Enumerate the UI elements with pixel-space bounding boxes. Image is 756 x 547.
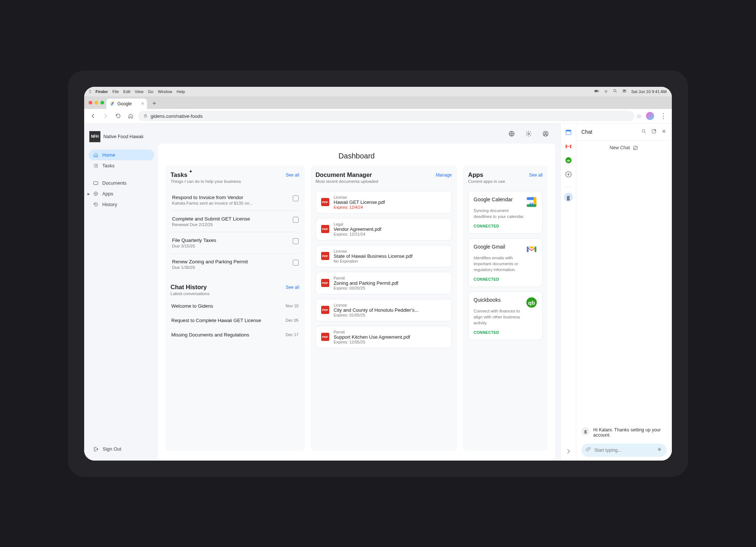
voice-input-icon[interactable] [657,447,662,454]
nav-tasks[interactable]: Tasks [89,160,154,171]
nav-tasks-label: Tasks [102,163,114,168]
chat-input-placeholder: Start typing... [594,448,654,453]
documents-header: Document Manager Most recent documents u… [316,171,452,184]
document-card[interactable]: PDF LegalVendor Agreement.pdfExpires: 12… [316,218,452,240]
minimize-window-button[interactable] [94,101,98,105]
chat-history-see-all[interactable]: See all [286,285,299,290]
chat-close-button[interactable] [661,129,667,136]
browser-tab[interactable]: Google × [106,99,147,109]
rail-collapse-button[interactable] [564,447,573,455]
close-window-button[interactable] [89,101,92,105]
rail-calendar[interactable] [564,128,573,136]
battery-icon [594,89,599,94]
menubar-left:  Finder File Edit View Go Window Help [89,89,185,94]
rail-gidens-icon[interactable]: g [564,193,573,202]
app-card[interactable]: Quickbooks qb Connect with finances to a… [468,291,543,340]
document-card[interactable]: PDF LicenseState of Hawaii Business Lice… [316,245,452,267]
signout-button[interactable]: Sign Out [89,444,154,455]
task-title: Respond to Invoice from Vendor [172,195,253,200]
task-item[interactable]: Renew Zoning and Parking PermitDue 1/30/… [171,254,299,275]
profile-avatar[interactable] [646,112,654,120]
settings-button[interactable] [523,129,534,139]
menubar-right: Sat Jun 10 9:41 AM [594,89,667,94]
chat-history-title: Chat History [171,284,209,291]
attachment-icon[interactable] [586,447,591,454]
nav-home[interactable]: Home [89,150,154,160]
chat-history-item-date: Nov 10 [286,304,299,308]
chat-popout-button[interactable] [651,129,657,136]
chat-history-item-date: Dec 17 [286,332,299,337]
chat-input[interactable]: Start typing... [581,444,667,457]
documents-title: Document Manager [316,171,378,178]
document-name: Support Kitchen Use Agreement.pdf [334,334,410,340]
browser-menu-button[interactable]: ⋮ [659,112,668,120]
menubar-window[interactable]: Window [158,89,172,94]
document-card[interactable]: PDF PermitSupport Kitchen Use Agreement.… [316,326,452,348]
new-chat-label: New Chat [610,145,630,150]
brand-name: Native Food Hawaii [103,134,143,139]
globe-button[interactable] [506,129,517,139]
chat-history-item[interactable]: Request to Complete Hawaii GET LicenseDe… [171,313,299,328]
rail-quickbooks[interactable]: qb [564,156,573,164]
tasks-see-all[interactable]: See all [286,172,299,178]
brand: NFH Native Food Hawaii [89,131,154,142]
task-item[interactable]: File Quarterly TaxesDue 3/15/25 [171,232,299,254]
app-card[interactable]: Google Gmail Identifies emails with impo… [468,238,543,287]
app-card[interactable]: Google Calendar 31 Syncing document dead… [468,191,543,234]
browser-tabstrip: Google × + [84,96,672,109]
menubar-clock[interactable]: Sat Jun 10 9:41 AM [631,89,667,94]
menubar-help[interactable]: Help [177,89,185,94]
tab-close-icon[interactable]: × [141,101,144,106]
task-subtitle: Renewal Due 2/12/25 [172,222,250,227]
nav-group: Documents ▸ Apps History [89,178,154,210]
document-expiry: Expires: 12/05/25 [334,340,410,344]
task-checkbox[interactable] [293,195,299,201]
document-card[interactable]: PDF LicenseCity and County of Honolulu P… [316,299,452,321]
menubar-file[interactable]: File [112,89,119,94]
rail-gmail[interactable] [564,142,573,150]
nav-history[interactable]: History [89,199,154,210]
task-list: Respond to Invoice from VendorKahala Far… [171,189,299,275]
bookmark-star-icon[interactable]: ☆ [636,113,642,120]
task-checkbox[interactable] [293,260,299,266]
chat-search-button[interactable] [641,129,647,136]
gmail-icon [526,244,537,255]
documents-manage[interactable]: Manage [436,172,452,178]
task-checkbox[interactable] [293,238,299,244]
apple-logo-icon[interactable]:  [89,89,91,94]
task-item[interactable]: Respond to Invoice from VendorKahala Far… [171,189,299,211]
menubar-view[interactable]: View [135,89,144,94]
tablet-frame:  Finder File Edit View Go Window Help [68,71,688,477]
back-button[interactable] [88,111,98,121]
task-item[interactable]: Complete and Submit GET LicenseRenewal D… [171,211,299,232]
account-button[interactable] [540,129,551,139]
document-card[interactable]: PDF LicenseHawaii GET License.pdfExpires… [316,191,452,213]
new-tab-button[interactable]: + [149,99,159,109]
chat-history-section: Chat History Latest conversations See al… [171,284,299,342]
address-bar[interactable]: gidens.com/native-foods [138,111,634,121]
fullscreen-window-button[interactable] [100,101,104,105]
reload-button[interactable] [113,111,123,121]
home-button[interactable] [126,111,136,121]
menubar-edit[interactable]: Edit [123,89,130,94]
app-status: CONNECTED [474,277,537,281]
task-checkbox[interactable] [293,217,299,223]
sparkle-icon: ✦ [189,169,192,174]
apps-see-all[interactable]: See all [529,172,543,178]
nav-apps[interactable]: ▸ Apps [89,188,154,199]
menubar-app-name[interactable]: Finder [96,89,108,94]
menubar-go[interactable]: Go [148,89,154,94]
nav-documents[interactable]: Documents [89,178,154,188]
spotlight-icon[interactable] [613,89,618,94]
globe-icon [508,130,515,137]
rail-add-app[interactable] [564,170,573,178]
chat-history-item[interactable]: Missing Documents and RegulationsDec 17 [171,328,299,342]
document-card[interactable]: PDF PermitZoning and Parking Permit.pdfE… [316,272,452,294]
forward-button[interactable] [100,111,111,121]
new-chat-button[interactable]: New Chat [576,141,672,155]
chat-message-text: Hi Kalani. Thanks setting up your accoun… [593,427,667,438]
chat-history-item[interactable]: Welcome to GidensNov 10 [171,299,299,313]
control-center-icon[interactable] [622,89,627,94]
svg-line-4 [616,92,617,93]
app-rail: qb g [560,124,576,461]
